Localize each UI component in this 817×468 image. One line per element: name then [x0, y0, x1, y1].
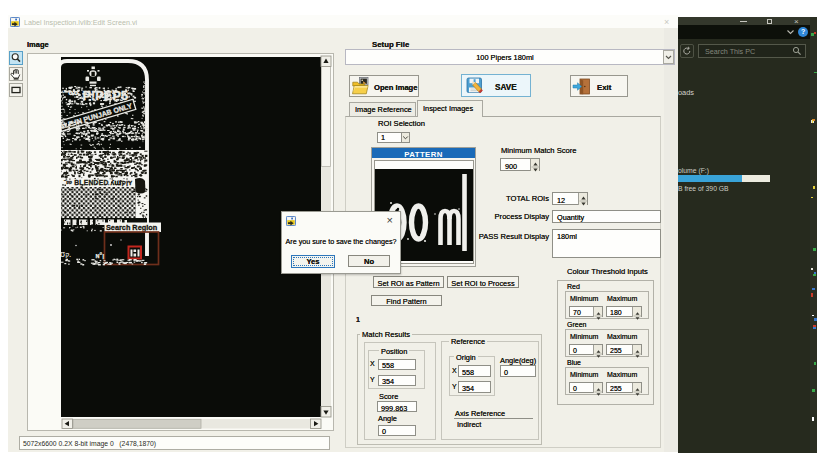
svg-text:Ʊק.: Ʊק. [60, 251, 71, 258]
svg-text:ˉᵖᵖ BLENDED ʎաןקʏ: ˉᵖᵖ BLENDED ʎաןקʏ [64, 179, 132, 186]
svg-text:ɴ°ן: ɴ°ן [96, 252, 105, 259]
svg-text:Search Region: Search Region [106, 223, 157, 232]
